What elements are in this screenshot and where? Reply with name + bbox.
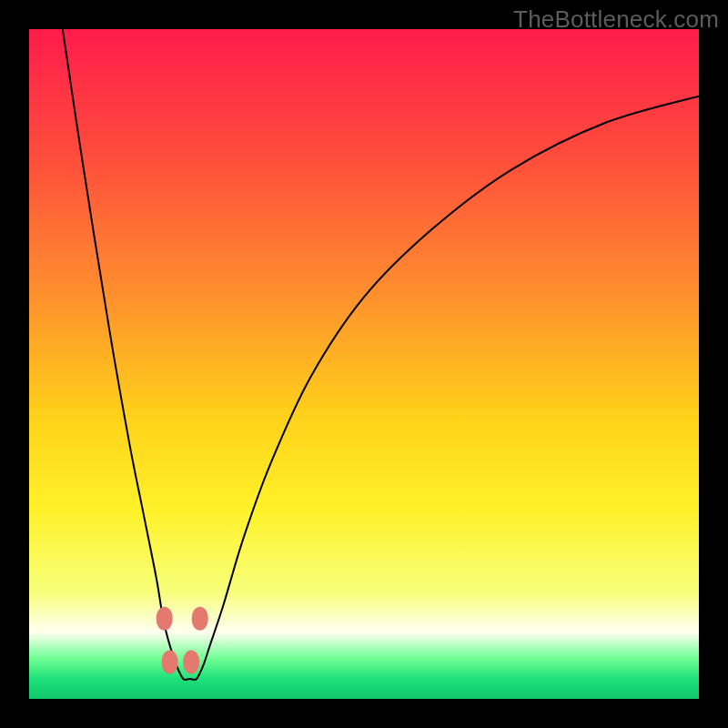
curve-marker <box>192 607 208 631</box>
curve-marker <box>162 651 178 674</box>
chart-svg <box>29 29 699 699</box>
curve-marker <box>157 607 173 631</box>
curve-marker <box>183 651 199 674</box>
gradient-background <box>29 29 699 699</box>
chart-frame: TheBottleneck.com <box>0 0 728 728</box>
plot-area <box>29 29 699 699</box>
